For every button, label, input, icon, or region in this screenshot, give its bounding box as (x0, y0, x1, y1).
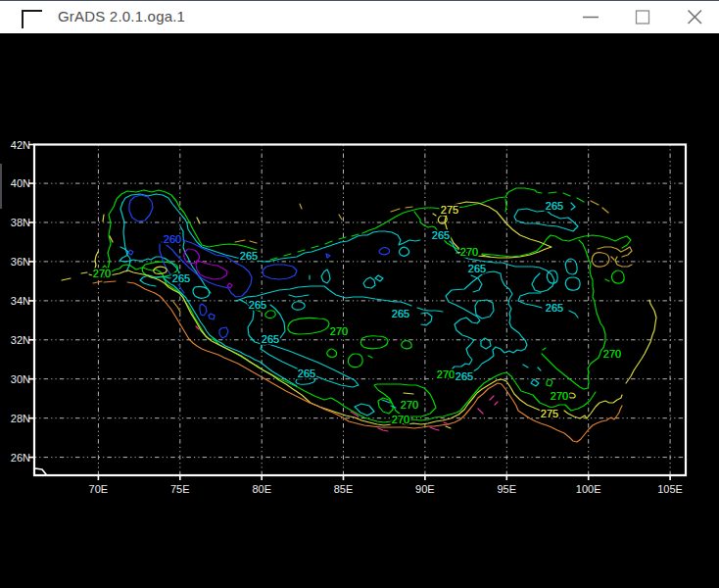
svg-text:270: 270 (603, 348, 621, 360)
svg-text:265: 265 (455, 370, 473, 382)
svg-text:105E: 105E (657, 483, 683, 495)
svg-text:38N: 38N (11, 217, 30, 228)
svg-text:36N: 36N (11, 256, 30, 268)
svg-text:270: 270 (93, 268, 111, 279)
svg-text:265: 265 (546, 200, 563, 212)
svg-text:275: 275 (541, 408, 558, 419)
svg-text:90E: 90E (415, 483, 435, 495)
svg-text:270: 270 (401, 399, 418, 411)
svg-text:265: 265 (468, 263, 486, 274)
svg-text:85E: 85E (334, 483, 354, 495)
svg-text:265: 265 (298, 368, 315, 379)
svg-text:260: 260 (164, 233, 181, 245)
svg-text:265: 265 (249, 299, 266, 311)
svg-text:270: 270 (330, 325, 348, 337)
svg-text:265: 265 (240, 250, 258, 262)
svg-text:100E: 100E (576, 483, 601, 495)
svg-text:75E: 75E (170, 483, 190, 495)
svg-text:265: 265 (392, 308, 409, 319)
svg-text:270: 270 (392, 414, 409, 425)
svg-text:270: 270 (460, 246, 478, 258)
svg-text:34N: 34N (11, 295, 30, 307)
svg-text:40N: 40N (11, 177, 30, 189)
svg-text:80E: 80E (252, 483, 271, 495)
svg-text:26N: 26N (11, 452, 30, 464)
svg-text:95E: 95E (498, 483, 517, 495)
svg-text:30N: 30N (11, 373, 30, 385)
svg-text:28N: 28N (11, 413, 30, 424)
svg-text:265: 265 (172, 272, 190, 284)
svg-text:70E: 70E (89, 483, 109, 495)
svg-text:32N: 32N (11, 334, 30, 346)
svg-text:265: 265 (546, 302, 563, 314)
svg-text:270: 270 (437, 368, 455, 380)
svg-text:265: 265 (432, 229, 450, 241)
svg-text:270: 270 (551, 390, 568, 402)
svg-text:265: 265 (262, 333, 279, 345)
svg-text:42N: 42N (11, 139, 30, 151)
svg-text:275: 275 (441, 204, 458, 216)
